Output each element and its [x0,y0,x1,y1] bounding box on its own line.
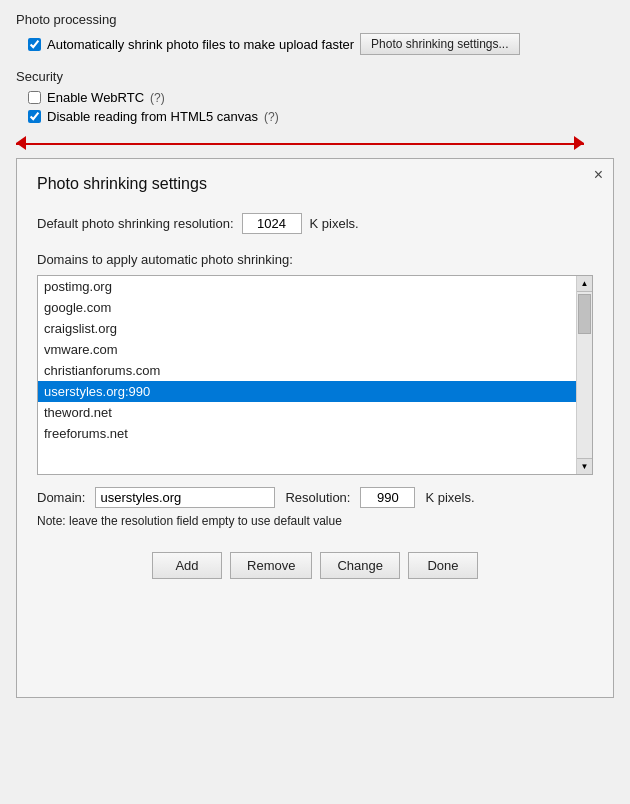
list-item[interactable]: freeforums.net [38,423,576,444]
auto-shrink-checkbox[interactable] [28,38,41,51]
remove-button[interactable]: Remove [230,552,312,579]
bottom-fields: Domain: Resolution: K pixels. [37,487,593,508]
disable-canvas-checkbox[interactable] [28,110,41,123]
domains-list[interactable]: postimg.orggoogle.comcraigslist.orgvmwar… [38,276,576,474]
outer-container: Photo processing Automatically shrink ph… [0,0,630,714]
resolution-field-unit: K pixels. [425,490,474,505]
list-item[interactable]: userstyles.org:990 [38,381,576,402]
list-item[interactable]: craigslist.org [38,318,576,339]
domains-label: Domains to apply automatic photo shrinki… [37,252,593,267]
domain-field-label: Domain: [37,490,85,505]
dialog-close-button[interactable]: × [594,167,603,183]
add-button[interactable]: Add [152,552,222,579]
action-buttons-row: Add Remove Change Done [37,552,593,579]
domains-listbox: postimg.orggoogle.comcraigslist.orgvmwar… [37,275,593,475]
arrow-line [16,143,584,145]
domain-input[interactable] [95,487,275,508]
disable-canvas-row: Disable reading from HTML5 canvas (?) [28,109,614,124]
list-item[interactable]: postimg.org [38,276,576,297]
done-button[interactable]: Done [408,552,478,579]
photo-shrinking-settings-button[interactable]: Photo shrinking settings... [360,33,519,55]
note-text: Note: leave the resolution field empty t… [37,514,593,528]
resolution-unit: K pixels. [310,216,359,231]
disable-canvas-help-icon[interactable]: (?) [264,110,279,124]
list-item[interactable]: theword.net [38,402,576,423]
list-item[interactable]: google.com [38,297,576,318]
scrollbar-up-button[interactable]: ▲ [577,276,593,292]
photo-shrinking-dialog: × Photo shrinking settings Default photo… [16,158,614,698]
default-resolution-row: Default photo shrinking resolution: K pi… [37,213,593,234]
list-item[interactable]: christianforums.com [38,360,576,381]
auto-shrink-row: Automatically shrink photo files to make… [28,33,614,55]
auto-shrink-label: Automatically shrink photo files to make… [47,37,354,52]
scrollbar-down-button[interactable]: ▼ [577,458,593,474]
disable-canvas-label: Disable reading from HTML5 canvas [47,109,258,124]
security-section: Security Enable WebRTC (?) Disable readi… [16,69,614,124]
arrow-right-icon [574,136,584,150]
photo-processing-title: Photo processing [16,12,614,27]
default-resolution-input[interactable] [242,213,302,234]
webrtc-help-icon[interactable]: (?) [150,91,165,105]
scrollbar-thumb[interactable] [578,294,591,334]
webrtc-checkbox[interactable] [28,91,41,104]
list-item[interactable]: vmware.com [38,339,576,360]
resolution-field-label: Resolution: [285,490,350,505]
scrollbar-track [577,292,592,458]
resolution-field-input[interactable] [360,487,415,508]
webrtc-label: Enable WebRTC [47,90,144,105]
scrollbar[interactable]: ▲ ▼ [576,276,592,474]
arrow-annotation [16,132,614,154]
resolution-label: Default photo shrinking resolution: [37,216,234,231]
dialog-title: Photo shrinking settings [37,175,593,193]
change-button[interactable]: Change [320,552,400,579]
security-title: Security [16,69,614,84]
webrtc-row: Enable WebRTC (?) [28,90,614,105]
photo-processing-section: Photo processing Automatically shrink ph… [16,12,614,55]
